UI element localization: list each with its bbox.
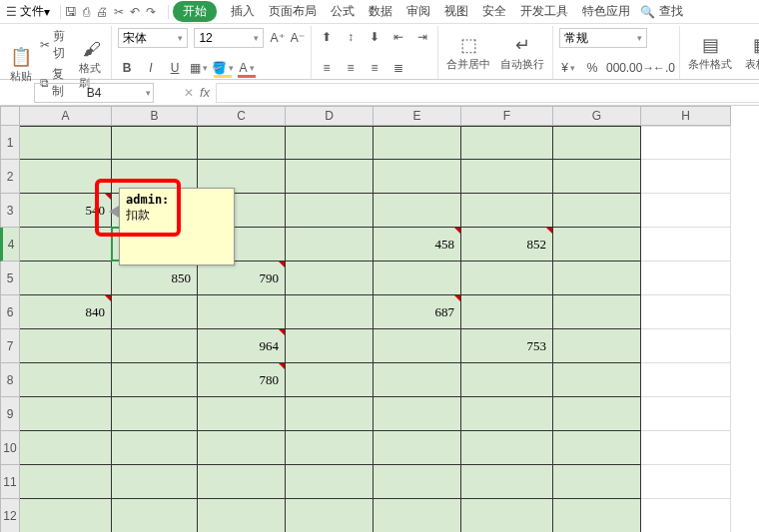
cell-F2[interactable] — [461, 160, 553, 194]
row-head[interactable]: 8 — [0, 363, 20, 397]
cell-A4[interactable] — [20, 228, 112, 262]
cell-E11[interactable] — [374, 465, 461, 499]
save-icon[interactable]: 🖫 — [65, 5, 77, 19]
print-icon[interactable]: 🖨 — [96, 5, 108, 19]
cell-F3[interactable] — [461, 194, 553, 228]
tab-page-layout[interactable]: 页面布局 — [269, 3, 317, 20]
cell-F12[interactable] — [461, 499, 553, 532]
cell-H3[interactable] — [641, 194, 731, 228]
name-box[interactable]: B4 ▾ — [34, 83, 154, 103]
row-head[interactable]: 12 — [0, 499, 20, 532]
wrap-text-button[interactable]: ↵ 自动换行 — [498, 33, 546, 72]
cell-E6[interactable]: 687 — [374, 295, 461, 329]
row-head[interactable]: 7 — [0, 329, 20, 363]
cell-C5[interactable]: 790 — [198, 262, 286, 295]
cell-E9[interactable] — [374, 397, 461, 431]
cell-D8[interactable] — [286, 363, 374, 397]
cell-D10[interactable] — [286, 431, 374, 465]
align-left-icon[interactable]: ≡ — [318, 59, 336, 77]
cell-A12[interactable] — [20, 499, 112, 532]
cell-G3[interactable] — [553, 194, 641, 228]
find-button[interactable]: 🔍 查找 — [640, 3, 683, 20]
cell-F1[interactable] — [461, 126, 553, 160]
tab-insert[interactable]: 插入 — [231, 3, 255, 20]
cell-G6[interactable] — [553, 295, 641, 329]
cell-F6[interactable] — [461, 295, 553, 329]
cell-G9[interactable] — [553, 397, 641, 431]
cell-A9[interactable] — [20, 397, 112, 431]
cell-F9[interactable] — [461, 397, 553, 431]
cell-B10[interactable] — [112, 431, 198, 465]
comma-icon[interactable]: 000 — [607, 59, 625, 77]
cell-A1[interactable] — [20, 126, 112, 160]
cell-F10[interactable] — [461, 431, 553, 465]
underline-icon[interactable]: U — [166, 59, 184, 77]
cell-C7[interactable]: 964 — [198, 329, 286, 363]
conditional-format-button[interactable]: ▤ 条件格式 — [686, 33, 734, 72]
merge-center-button[interactable]: ⬚ 合并居中 — [444, 33, 492, 72]
cell-H9[interactable] — [641, 397, 731, 431]
cell-A7[interactable] — [20, 329, 112, 363]
cut-qat-icon[interactable]: ✂ — [114, 5, 124, 19]
cell-D6[interactable] — [286, 295, 374, 329]
fill-color-icon[interactable]: 🪣▾ — [214, 59, 232, 77]
tab-data[interactable]: 数据 — [369, 3, 392, 20]
cell-E12[interactable] — [374, 499, 461, 532]
font-color-icon[interactable]: A▾ — [238, 59, 256, 77]
row-head[interactable]: 10 — [0, 431, 20, 465]
cell-C10[interactable] — [198, 431, 286, 465]
cell-D12[interactable] — [286, 499, 374, 532]
currency-icon[interactable]: ¥▾ — [559, 59, 577, 77]
cell-H7[interactable] — [641, 329, 731, 363]
cell-C12[interactable] — [198, 499, 286, 532]
tab-security[interactable]: 安全 — [482, 3, 506, 20]
cancel-formula-icon[interactable]: ✕ — [184, 86, 194, 100]
cell-D4[interactable] — [286, 228, 374, 262]
cell-B8[interactable] — [112, 363, 198, 397]
cell-H4[interactable] — [641, 228, 731, 262]
cell-A3[interactable]: 540 — [20, 194, 112, 228]
cell-B6[interactable] — [112, 295, 198, 329]
cell-E4[interactable]: 458 — [374, 228, 461, 262]
formula-input[interactable] — [216, 83, 759, 103]
cell-E3[interactable] — [374, 194, 461, 228]
number-format-combo[interactable]: 常规▾ — [559, 28, 647, 48]
cell-F7[interactable]: 753 — [461, 329, 553, 363]
cell-H11[interactable] — [641, 465, 731, 499]
cell-E2[interactable] — [374, 160, 461, 194]
tab-dev-tools[interactable]: 开发工具 — [520, 3, 568, 20]
cell-H6[interactable] — [641, 295, 731, 329]
cell-D5[interactable] — [286, 262, 374, 295]
cell-H8[interactable] — [641, 363, 731, 397]
cut-button[interactable]: ✂剪切 — [40, 28, 72, 62]
row-head[interactable]: 11 — [0, 465, 20, 499]
cell-H12[interactable] — [641, 499, 731, 532]
align-center-icon[interactable]: ≡ — [342, 59, 360, 77]
tab-special[interactable]: 特色应用 — [582, 3, 630, 20]
cell-C6[interactable] — [198, 295, 286, 329]
cell-F5[interactable] — [461, 262, 553, 295]
decrease-font-icon[interactable]: A⁻ — [291, 29, 305, 47]
cell-G10[interactable] — [553, 431, 641, 465]
hamburger-icon[interactable]: ☰ — [4, 5, 18, 19]
cell-C8[interactable]: 780 — [198, 363, 286, 397]
increase-indent-icon[interactable]: ⇥ — [413, 28, 431, 46]
tab-review[interactable]: 审阅 — [406, 3, 430, 20]
cell-A8[interactable] — [20, 363, 112, 397]
cell-G1[interactable] — [553, 126, 641, 160]
align-top-icon[interactable]: ⬆ — [318, 28, 336, 46]
borders-icon[interactable]: ▦▾ — [190, 59, 208, 77]
cell-H5[interactable] — [641, 262, 731, 295]
cell-E10[interactable] — [374, 431, 461, 465]
cell-B11[interactable] — [112, 465, 198, 499]
increase-font-icon[interactable]: A⁺ — [270, 29, 284, 47]
cell-E1[interactable] — [374, 126, 461, 160]
redo-icon[interactable]: ↷ — [146, 5, 156, 19]
cell-H1[interactable] — [641, 126, 731, 160]
cell-G8[interactable] — [553, 363, 641, 397]
row-head[interactable]: 4 — [0, 228, 20, 262]
percent-icon[interactable]: % — [583, 59, 601, 77]
paste-button[interactable]: 📋 粘贴 — [8, 45, 34, 84]
cell-C11[interactable] — [198, 465, 286, 499]
cell-D3[interactable] — [286, 194, 374, 228]
